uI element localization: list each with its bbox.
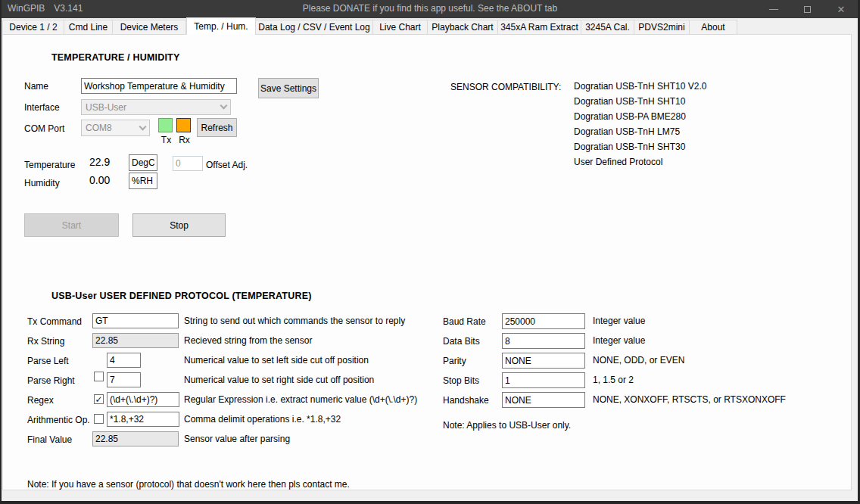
parity-label: Parity <box>443 355 466 367</box>
handshake-input[interactable] <box>502 392 585 408</box>
arithmetic-input[interactable] <box>107 412 179 427</box>
maximize-icon <box>804 6 811 13</box>
tab-device-meters[interactable]: Device Meters <box>113 20 186 35</box>
stop-bits-input[interactable] <box>502 372 585 388</box>
final-value-label: Final Value <box>27 434 72 446</box>
com-port-value: COM8 <box>86 123 112 133</box>
titlebar-message: Please DONATE if you find this app usefu… <box>0 3 860 14</box>
humidity-unit-input[interactable] <box>129 173 157 189</box>
humidity-value: 0.00 <box>89 174 110 186</box>
tx-command-desc: String to send out which commands the se… <box>184 316 405 326</box>
close-button[interactable]: ✕ <box>830 0 852 18</box>
handshake-desc: NONE, XONXOFF, RTSCTS, or RTSXONXOFF <box>593 394 786 405</box>
tab-live-chart[interactable]: Live Chart <box>373 20 428 35</box>
tab-pdvs2mini[interactable]: PDVS2mini <box>634 20 690 35</box>
tab-345xa-ram-extract[interactable]: 345xA Ram Extract <box>498 20 581 35</box>
refresh-button[interactable]: Refresh <box>197 118 237 137</box>
parse-checkbox[interactable] <box>94 372 104 381</box>
rx-indicator <box>176 118 191 132</box>
temperature-unit-input[interactable] <box>129 154 157 171</box>
humidity-label: Humidity <box>24 177 60 189</box>
tab-playback-chart[interactable]: Playback Chart <box>428 20 498 35</box>
window-border <box>0 501 860 504</box>
parity-input[interactable] <box>502 353 585 369</box>
rx-label: Rx <box>176 134 192 146</box>
final-value-desc: Sensor value after parsing <box>184 434 290 444</box>
data-bits-label: Data Bits <box>443 335 480 347</box>
com-port-select[interactable]: COM8 <box>81 120 150 136</box>
com-port-label: COM Port <box>24 123 64 135</box>
name-input[interactable] <box>81 78 237 94</box>
regex-label: Regex <box>27 394 54 406</box>
offset-adj-input[interactable] <box>173 156 203 171</box>
tx-label: Tx <box>158 134 174 146</box>
sensor-item: Dogratian USB-PA BME280 <box>574 111 686 122</box>
tab-temp-hum[interactable]: Temp. / Hum. <box>186 17 256 35</box>
stop-bits-label: Stop Bits <box>443 375 479 387</box>
minimize-button[interactable]: — <box>763 0 784 18</box>
arithmetic-checkbox[interactable] <box>94 414 104 424</box>
footer-note: Note: If you have a sensor (protocol) th… <box>27 479 350 490</box>
sensor-item: Dogratian USB-TnH SHT30 <box>574 142 685 152</box>
final-value-output <box>92 431 179 446</box>
arithmetic-op-label: Arithmentic Op. <box>27 414 90 426</box>
tx-indicator <box>158 118 173 132</box>
parse-right-desc: Numerical value to set right side cut of… <box>184 375 374 385</box>
save-settings-button[interactable]: Save Settings <box>258 78 319 98</box>
minimize-icon: — <box>769 4 778 14</box>
temperature-value: 22.9 <box>89 156 110 168</box>
tab-strip: Device 1 / 2 Cmd Line Device Meters Temp… <box>2 18 737 35</box>
regex-desc: Regular Expression i.e. extract numeric … <box>184 394 417 405</box>
start-button[interactable]: Start <box>24 213 119 237</box>
data-bits-desc: Integer value <box>593 335 645 346</box>
name-label: Name <box>24 80 48 92</box>
offset-adj-label: Offset Adj. <box>206 159 248 171</box>
regex-input[interactable] <box>107 392 179 407</box>
parse-right-input[interactable] <box>107 372 141 387</box>
baud-rate-input[interactable] <box>502 313 585 329</box>
data-bits-input[interactable] <box>502 333 585 349</box>
handshake-label: Handshake <box>443 394 489 406</box>
chevron-down-icon <box>220 102 228 110</box>
tab-about[interactable]: About <box>690 20 737 35</box>
tx-command-label: Tx Command <box>27 316 82 328</box>
tab-data-log[interactable]: Data Log / CSV / Event Log <box>256 20 373 35</box>
window-border <box>0 0 2 504</box>
sensor-item: Dogratian USB-TnH LM75 <box>574 126 680 137</box>
sensor-item: Dogratian USB-TnH SHT10 <box>574 96 685 107</box>
usb-user-note: Note: Applies to USB-User only. <box>443 420 571 431</box>
stop-button[interactable]: Stop <box>132 213 226 237</box>
interface-label: Interface <box>24 101 60 114</box>
temperature-label: Temperature <box>24 159 75 171</box>
parity-desc: NONE, ODD, or EVEN <box>593 355 684 366</box>
tx-command-input[interactable] <box>92 313 179 328</box>
rx-string-label: Rx String <box>27 335 64 347</box>
checkmark-icon: ✓ <box>95 394 102 405</box>
regex-checkbox[interactable]: ✓ <box>94 394 104 404</box>
parse-right-label: Parse Right <box>27 375 75 387</box>
temp-hum-heading: TEMPERATURE / HUMIDITY <box>51 52 179 63</box>
baud-rate-desc: Integer value <box>593 316 645 326</box>
protocol-heading: USB-User USER DEFINED PROTOCOL (TEMPERAT… <box>51 291 312 301</box>
rx-string-output <box>92 333 179 348</box>
sensor-compatibility-label: SENSOR COMPATIBILITY: <box>450 81 561 93</box>
close-icon: ✕ <box>837 4 846 15</box>
interface-value: USB-User <box>86 102 126 113</box>
stop-bits-desc: 1, 1.5 or 2 <box>593 375 634 385</box>
tab-3245a-cal[interactable]: 3245A Cal. <box>581 20 634 35</box>
title-bar: WinGPIBV3.141 Please DONATE if you find … <box>0 0 860 18</box>
app-window: WinGPIBV3.141 Please DONATE if you find … <box>0 0 860 504</box>
arithmetic-desc: Comma delimit operations i.e. *1.8,+32 <box>184 414 341 425</box>
interface-select[interactable]: USB-User <box>81 99 231 115</box>
baud-rate-label: Baud Rate <box>443 316 486 328</box>
sensor-item: Dogratian USB-TnH SHT10 V2.0 <box>574 81 706 92</box>
tab-device-1-2[interactable]: Device 1 / 2 <box>2 20 64 35</box>
parse-left-input[interactable] <box>107 353 141 368</box>
sensor-item: User Defined Protocol <box>574 157 662 167</box>
parse-left-desc: Numerical value to set left side cut off… <box>184 355 369 366</box>
rx-string-desc: Recieved string from the sensor <box>184 335 312 346</box>
maximize-button[interactable] <box>796 0 818 18</box>
chevron-down-icon <box>139 123 147 130</box>
parse-left-label: Parse Left <box>27 355 69 367</box>
tab-cmd-line[interactable]: Cmd Line <box>64 20 113 35</box>
